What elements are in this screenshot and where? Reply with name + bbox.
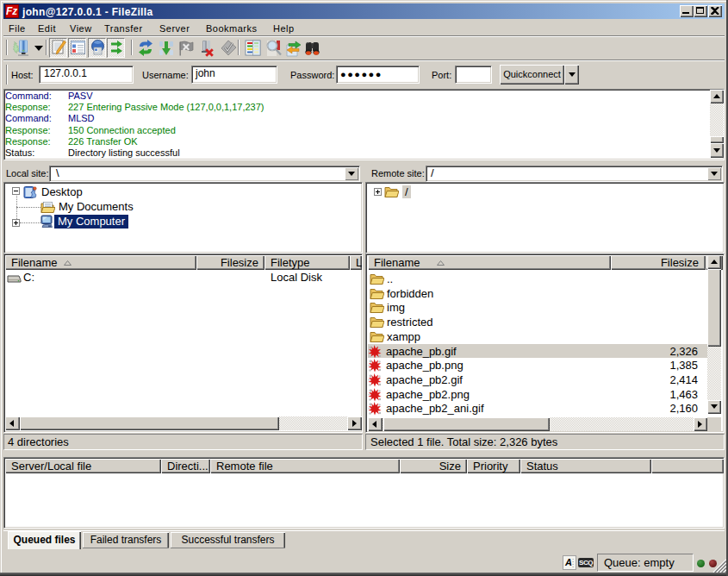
svg-text:Fz: Fz [6, 5, 17, 17]
